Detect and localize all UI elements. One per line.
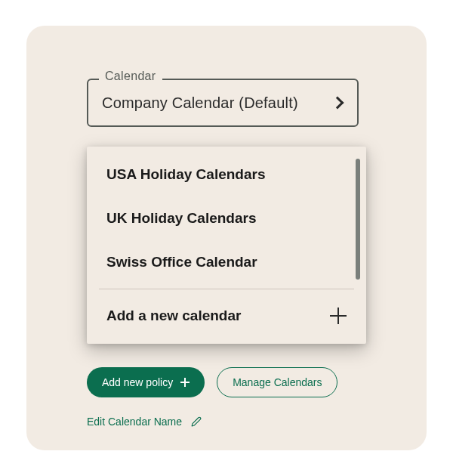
calendar-select[interactable]: Company Calendar (Default) <box>87 79 359 127</box>
add-policy-label: Add new policy <box>102 376 173 388</box>
dropdown-item-uk[interactable]: UK Holiday Calendars <box>87 196 366 240</box>
manage-calendars-button[interactable]: Manage Calendars <box>217 367 337 397</box>
plus-icon <box>330 308 347 324</box>
pencil-icon <box>191 416 202 427</box>
dropdown-item-label: USA Holiday Calendars <box>106 166 265 182</box>
edit-calendar-name-link[interactable]: Edit Calendar Name <box>87 416 202 428</box>
calendar-select-value: Company Calendar (Default) <box>102 94 298 112</box>
manage-calendars-label: Manage Calendars <box>233 376 322 388</box>
plus-icon <box>180 378 190 387</box>
settings-card: Calendar Company Calendar (Default) USA … <box>26 26 427 450</box>
add-new-calendar-label: Add a new calendar <box>106 308 241 324</box>
dropdown-item-usa[interactable]: USA Holiday Calendars <box>87 153 366 196</box>
calendar-select-label: Calendar <box>99 70 162 83</box>
add-new-calendar[interactable]: Add a new calendar <box>87 289 366 344</box>
scrollbar-thumb[interactable] <box>356 159 360 280</box>
dropdown-item-label: UK Holiday Calendars <box>106 210 257 226</box>
dropdown-item-swiss[interactable]: Swiss Office Calendar <box>87 240 366 284</box>
calendar-select-wrap: Calendar Company Calendar (Default) <box>87 79 389 127</box>
calendar-dropdown: USA Holiday Calendars UK Holiday Calenda… <box>87 147 366 344</box>
action-buttons: Add new policy Manage Calendars <box>87 367 337 397</box>
edit-link-label: Edit Calendar Name <box>87 416 182 428</box>
add-new-policy-button[interactable]: Add new policy <box>87 367 205 397</box>
chevron-right-icon <box>331 97 344 110</box>
dropdown-item-label: Swiss Office Calendar <box>106 254 257 270</box>
